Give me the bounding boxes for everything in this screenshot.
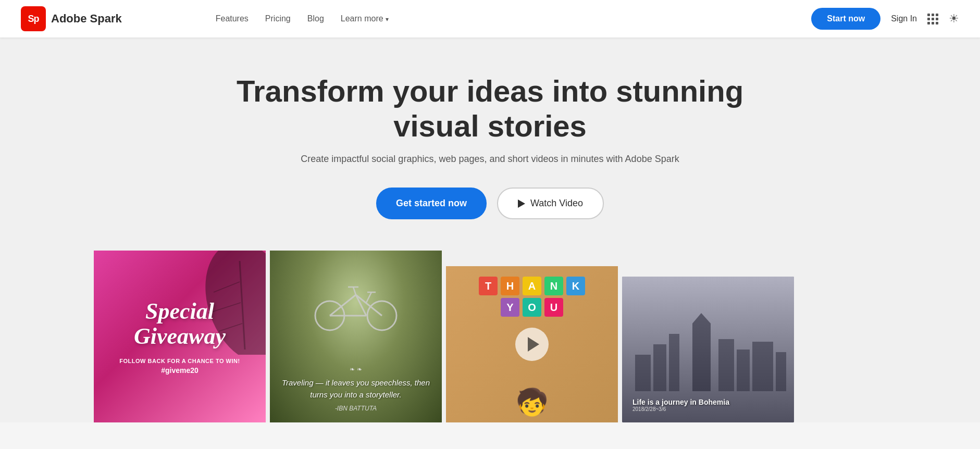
nav-actions: Start now Sign In ☀ <box>811 8 959 30</box>
giveaway-title: Special Giveaway <box>134 299 226 350</box>
letter-T: T <box>479 277 498 295</box>
hero-buttons: Get started now Watch Video <box>10 188 970 219</box>
svg-rect-17 <box>669 334 679 391</box>
bicycle-quote: Traveling — it leaves you speechless, th… <box>280 377 431 401</box>
chevron-down-icon: ▾ <box>386 16 389 23</box>
start-now-button[interactable]: Start now <box>811 8 880 30</box>
svg-line-13 <box>366 292 371 303</box>
play-button-overlay[interactable] <box>515 328 549 361</box>
hero-title: Transform your ideas into stunning visua… <box>204 74 777 143</box>
nav-link-learn-more[interactable]: Learn more ▾ <box>341 14 389 23</box>
letter-Y: Y <box>501 298 519 317</box>
logo-link[interactable]: Sp Adobe Spark <box>21 6 122 31</box>
logo-full-text: Adobe Spark <box>51 12 122 26</box>
hero-subtitle: Create impactful social graphics, web pa… <box>10 154 970 165</box>
logo-short-text: Sp <box>28 14 39 24</box>
svg-marker-19 <box>692 313 711 323</box>
thankyou-top-row: T H A N K <box>479 277 585 295</box>
card-thankyou: T H A N K Y O U 🧒 <box>446 266 618 422</box>
giveaway-subtitle: FOLLOW BACK FOR A CHANCE TO WIN! <box>119 358 240 364</box>
play-icon <box>528 337 539 352</box>
gallery-item-bohemia: Life is a journey in Bohemia 2018/2/28~3… <box>622 277 794 422</box>
city-silhouette-icon <box>630 313 786 391</box>
bicycle-illustration <box>309 271 403 334</box>
card-bohemia: Life is a journey in Bohemia 2018/2/28~3… <box>622 277 794 422</box>
bohemia-title: Life is a journey in Bohemia <box>632 398 729 406</box>
card-bicycle: ❧ ❧ Traveling — it leaves you speechless… <box>270 251 442 422</box>
svg-rect-18 <box>692 323 711 391</box>
svg-rect-23 <box>776 352 786 391</box>
bicycle-author: -IBN BATTUTA <box>335 405 377 412</box>
child-figure: 🧒 <box>516 387 548 417</box>
letter-O: O <box>523 298 541 317</box>
nav-link-features[interactable]: Features <box>216 14 249 23</box>
thankyou-bottom-row: Y O U <box>501 298 563 317</box>
wreath-decoration: ❧ ❧ <box>350 366 362 373</box>
letter-U: U <box>544 298 563 317</box>
svg-rect-22 <box>752 342 773 391</box>
cloud-icon[interactable]: ☀ <box>949 12 959 26</box>
svg-line-11 <box>353 287 356 295</box>
gallery-item-giveaway: Special Giveaway FOLLOW BACK FOR A CHANC… <box>94 251 266 422</box>
svg-rect-15 <box>635 355 651 391</box>
watch-video-button[interactable]: Watch Video <box>497 188 604 219</box>
nav-link-blog[interactable]: Blog <box>307 14 324 23</box>
nav-links: Features Pricing Blog Learn more ▾ <box>216 14 812 23</box>
play-icon <box>518 199 525 208</box>
letter-N: N <box>544 277 563 295</box>
card-giveaway: Special Giveaway FOLLOW BACK FOR A CHANC… <box>94 251 266 422</box>
navbar: Sp Adobe Spark Features Pricing Blog Lea… <box>0 0 980 38</box>
gallery-item-bicycle: ❧ ❧ Traveling — it leaves you speechless… <box>270 251 442 422</box>
logo-icon: Sp <box>21 6 46 31</box>
nav-link-pricing[interactable]: Pricing <box>265 14 291 23</box>
gallery: Special Giveaway FOLLOW BACK FOR A CHANC… <box>10 251 970 422</box>
letter-H: H <box>501 277 519 295</box>
giveaway-hashtag: #giveme20 <box>161 366 199 375</box>
bohemia-date: 2018/2/28~3/6 <box>632 406 666 412</box>
hero-section: Transform your ideas into stunning visua… <box>0 38 980 422</box>
svg-rect-16 <box>653 344 666 391</box>
letter-K: K <box>566 277 585 295</box>
svg-line-9 <box>356 295 366 316</box>
sign-in-link[interactable]: Sign In <box>891 14 917 23</box>
apps-grid-icon[interactable] <box>927 14 938 24</box>
letter-A: A <box>523 277 541 295</box>
get-started-button[interactable]: Get started now <box>376 188 487 219</box>
svg-rect-21 <box>737 350 750 391</box>
svg-rect-20 <box>718 339 734 391</box>
gallery-item-thankyou: T H A N K Y O U 🧒 <box>446 266 618 422</box>
svg-line-7 <box>330 295 356 316</box>
